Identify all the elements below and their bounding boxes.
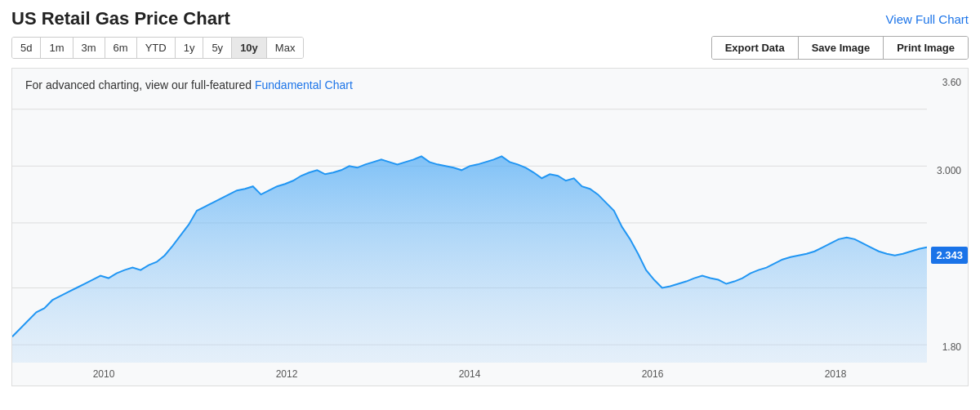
time-period-selector: 5d1m3m6mYTD1y5y10yMax <box>11 37 304 59</box>
y-label-360: 3.60 <box>937 77 961 88</box>
time-btn-ytd[interactable]: YTD <box>137 38 176 58</box>
y-label-180: 1.80 <box>937 341 961 353</box>
action-btn-export-data[interactable]: Export Data <box>712 37 799 59</box>
time-btn-max[interactable]: Max <box>267 38 304 58</box>
action-buttons-group: Export DataSave ImagePrint Image <box>711 36 969 60</box>
action-btn-save-image[interactable]: Save Image <box>799 37 884 59</box>
x-label-2018: 2018 <box>825 368 847 380</box>
x-axis: 2010 2012 2014 2016 2018 <box>12 363 927 385</box>
time-btn-1m[interactable]: 1m <box>41 38 73 58</box>
chart-svg <box>12 69 927 363</box>
y-axis: 3.60 3.000 2.40 1.80 <box>937 69 961 361</box>
view-full-chart-link[interactable]: View Full Chart <box>886 12 969 26</box>
fundamental-chart-link[interactable]: Fundamental Chart <box>255 78 353 91</box>
chart-note-text: For advanced charting, view our full-fea… <box>25 78 255 91</box>
time-btn-10y[interactable]: 10y <box>232 38 267 58</box>
x-label-2014: 2014 <box>459 368 481 380</box>
time-btn-5y[interactable]: 5y <box>203 38 232 58</box>
chart-area: For advanced charting, view our full-fea… <box>11 68 969 386</box>
time-btn-5d[interactable]: 5d <box>12 38 41 58</box>
y-label-300: 3.000 <box>937 165 961 176</box>
chart-title: US Retail Gas Price Chart <box>11 8 230 29</box>
x-label-2010: 2010 <box>93 368 115 380</box>
chart-note: For advanced charting, view our full-fea… <box>25 78 353 91</box>
x-label-2012: 2012 <box>276 368 298 380</box>
time-btn-1y[interactable]: 1y <box>176 38 204 58</box>
time-btn-3m[interactable]: 3m <box>74 38 105 58</box>
time-btn-6m[interactable]: 6m <box>105 38 137 58</box>
x-label-2016: 2016 <box>642 368 664 380</box>
action-btn-print-image[interactable]: Print Image <box>884 37 968 59</box>
current-price-badge: 2.343 <box>931 247 968 264</box>
